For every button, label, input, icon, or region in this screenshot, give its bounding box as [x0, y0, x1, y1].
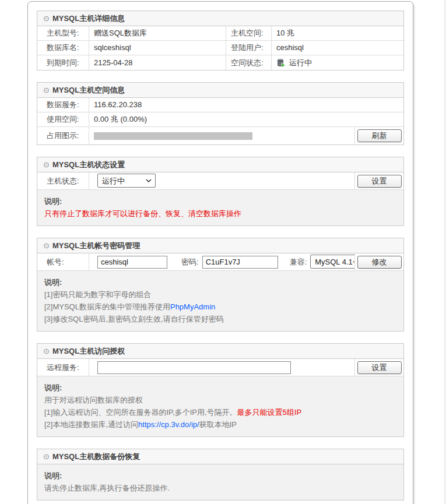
status-note: 说明: 只有停止了数据库才可以进行备份、恢复、清空数据库操作 [37, 190, 403, 225]
remote-set-button-cell: 设置 [354, 359, 403, 376]
panel-mysql-status: ⊙MYSQL主机状态设置 主机状态: 运行中 设置 说明: 只有停止了数据库才可… [37, 157, 404, 226]
host-model-label: 主机型号: [37, 26, 89, 40]
panel-title: MYSQL主机详细信息 [52, 14, 125, 23]
table-row: 占用图示: 刷新 [37, 127, 403, 144]
remote-note-line1-warning: 最多只能设置5组IP [237, 408, 302, 417]
remote-note-line1-text: [1]输入远程访问、空间所在服务器的IP,多个IP用,号隔开。 [44, 408, 237, 417]
modify-button-cell: 修改 [354, 253, 403, 270]
db-name-value: sqlceshisql [89, 41, 226, 55]
space-status-text: 运行中 [289, 56, 312, 70]
password-label: 密码: [181, 255, 199, 269]
account-note-line2: [2]MYSQL数据库的集中管理推荐使用PhpMyAdmin [44, 301, 396, 313]
ip-lookup-link[interactable]: https://cp.3v.do/ip/ [138, 420, 199, 429]
table-row: 使用空间: 0.00 兆 (0.00%) [37, 112, 403, 127]
space-status-value-cell: 运行中 [271, 55, 403, 70]
account-note-line1: [1]密码只能为数字和字母的组合 [44, 288, 396, 301]
modify-button[interactable]: 修改 [357, 256, 402, 269]
host-status-label: 主机状态: [37, 172, 89, 189]
password-input[interactable] [202, 256, 278, 269]
refresh-button[interactable]: 刷新 [357, 129, 402, 142]
remote-input-cell [89, 359, 354, 376]
data-service-value: 116.62.20.238 [89, 98, 403, 112]
remote-note-line1: [1]输入远程访问、空间所在服务器的IP,多个IP用,号隔开。最多只能设置5组I… [44, 406, 396, 418]
section-bullet-icon: ⊙ [43, 14, 50, 23]
panel-mysql-space-header: ⊙MYSQL主机空间信息 [37, 83, 403, 98]
panel-title: MYSQL主机空间信息 [52, 86, 125, 94]
note-title: 说明: [44, 470, 396, 482]
table-row: 远程服务: 设置 [37, 359, 403, 376]
panel-mysql-details: ⊙MYSQL主机详细信息 主机型号: 赠送SQL数据库 主机空间: 10 兆 数… [37, 10, 404, 71]
account-note: 说明: [1]密码只能为数字和字母的组合 [2]MYSQL数据库的集中管理推荐使… [37, 271, 403, 331]
section-bullet-icon: ⊙ [43, 160, 50, 169]
section-bullet-icon: ⊙ [43, 452, 50, 461]
expire-value: 2125-04-28 [89, 55, 226, 70]
table-row: 数据服务: 116.62.20.238 [37, 98, 403, 112]
remote-service-input[interactable] [97, 361, 291, 374]
table-row: 主机状态: 运行中 设置 [37, 172, 403, 190]
section-bullet-icon: ⊙ [43, 347, 50, 355]
remote-note-line0: 用于对远程访问数据库的授权 [44, 394, 396, 406]
status-set-button-cell: 设置 [354, 172, 403, 189]
refresh-button-cell: 刷新 [354, 127, 403, 144]
account-note-line3: [3]修改SQL密码后,新密码立刻生效,请自行保管好密码 [44, 313, 396, 325]
panel-mysql-remote: ⊙MYSQL主机访问授权 远程服务: 设置 说明: 用于对远程访问数据库的授权 … [37, 343, 404, 437]
section-bullet-icon: ⊙ [43, 86, 50, 94]
used-space-label: 使用空间: [37, 112, 89, 126]
data-service-label: 数据服务: [37, 98, 89, 112]
host-space-value: 10 兆 [271, 26, 403, 40]
host-space-label: 主机空间: [226, 26, 271, 40]
backup-note: 说明: 请先停止数据库,再执行备份还原操作. [37, 464, 403, 500]
host-model-value: 赠送SQL数据库 [89, 26, 226, 40]
panel-mysql-backup-header: ⊙MYSQL主机数据备份恢复 [37, 449, 403, 464]
host-status-select[interactable]: 运行中 [97, 174, 156, 188]
panel-mysql-account-header: ⊙MYSQL主机帐号密码管理 [37, 238, 403, 253]
compat-select[interactable]: MySQL 4.1+ [310, 255, 354, 269]
account-label: 帐号: [37, 253, 89, 270]
host-status-cell: 运行中 [89, 172, 354, 189]
section-bullet-icon: ⊙ [43, 241, 50, 250]
panel-title: MYSQL主机帐号密码管理 [52, 241, 140, 250]
panel-title: MYSQL主机数据备份恢复 [52, 452, 140, 461]
status-set-button[interactable]: 设置 [357, 175, 402, 188]
table-row: 帐号: 密码: 兼容: MySQL 4.1+ 修改 [37, 253, 403, 271]
used-space-value: 0.00 兆 (0.00%) [89, 112, 403, 126]
remote-set-button[interactable]: 设置 [357, 361, 402, 374]
main-content-card: ⊙MYSQL主机详细信息 主机型号: 赠送SQL数据库 主机空间: 10 兆 数… [27, 1, 413, 504]
remote-note-line2-suffix: 获取本地IP [199, 420, 237, 429]
login-user-value: ceshisql [271, 41, 403, 55]
usage-bar-fill [94, 132, 252, 140]
db-name-label: 数据库名: [37, 41, 89, 55]
usage-bar-cell [89, 127, 354, 144]
panel-mysql-backup: ⊙MYSQL主机数据备份恢复 说明: 请先停止数据库,再执行备份还原操作. [37, 449, 404, 501]
remote-note-line2: [2]本地连接数据库,通过访问https://cp.3v.do/ip/获取本地I… [44, 418, 396, 431]
note-title: 说明: [44, 382, 396, 394]
panel-mysql-space: ⊙MYSQL主机空间信息 数据服务: 116.62.20.238 使用空间: 0… [37, 82, 404, 145]
panel-mysql-status-header: ⊙MYSQL主机状态设置 [37, 157, 403, 172]
panel-mysql-account: ⊙MYSQL主机帐号密码管理 帐号: 密码: 兼容: MySQL 4.1+ 修改 [37, 238, 404, 332]
remote-note-line2-text: [2]本地连接数据库,通过访问 [44, 420, 138, 429]
account-controls-cell: 密码: 兼容: MySQL 4.1+ [89, 253, 354, 270]
compat-label: 兼容: [290, 255, 307, 269]
panel-mysql-details-header: ⊙MYSQL主机详细信息 [37, 11, 403, 26]
status-warning-text: 只有停止了数据库才可以进行备份、恢复、清空数据库操作 [44, 207, 396, 220]
note-title: 说明: [44, 195, 396, 207]
panel-title: MYSQL主机状态设置 [52, 160, 125, 169]
account-input[interactable] [97, 256, 167, 269]
usage-bar-track [94, 132, 350, 140]
table-row: 到期时间: 2125-04-28 空间状态: 运行中 [37, 55, 403, 70]
panel-mysql-remote-header: ⊙MYSQL主机访问授权 [37, 344, 403, 359]
table-row: 主机型号: 赠送SQL数据库 主机空间: 10 兆 [37, 26, 403, 41]
login-user-label: 登陆用户: [226, 41, 271, 55]
note-title: 说明: [44, 276, 396, 288]
backup-note-line1: 请先停止数据库,再执行备份还原操作. [44, 482, 396, 494]
space-status-label: 空间状态: [226, 55, 271, 70]
table-row: 数据库名: sqlceshisql 登陆用户: ceshisql [37, 41, 403, 55]
panel-title: MYSQL主机访问授权 [52, 347, 125, 355]
phpmyadmin-link[interactable]: PhpMyAdmin [170, 302, 215, 311]
database-running-icon [276, 58, 286, 68]
remote-service-label: 远程服务: [37, 359, 89, 376]
usage-chart-label: 占用图示: [37, 127, 89, 144]
remote-note: 说明: 用于对远程访问数据库的授权 [1]输入远程访问、空间所在服务器的IP,多… [37, 376, 403, 436]
account-note-line2-text: [2]MYSQL数据库的集中管理推荐使用 [44, 302, 170, 311]
expire-label: 到期时间: [37, 55, 89, 70]
